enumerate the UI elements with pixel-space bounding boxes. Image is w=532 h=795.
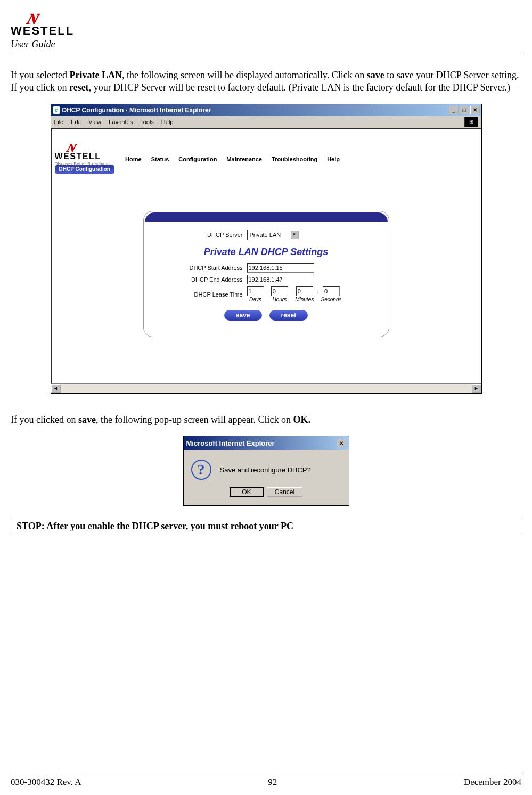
brand-name: WESTELL [11, 24, 74, 37]
lease-minutes-input[interactable] [296, 286, 313, 296]
menu-edit[interactable]: Edit [71, 119, 81, 125]
dhcp-server-label: DHCP Server [179, 232, 247, 238]
document-type-label: User Guide [11, 39, 521, 50]
menu-help[interactable]: Help [161, 119, 174, 125]
browser-content: 𝑵 WESTELL Discover Better Broadband Home… [51, 128, 481, 384]
chevron-down-icon[interactable]: ▼ [290, 231, 299, 239]
end-address-input[interactable] [247, 275, 314, 284]
scroll-track[interactable] [61, 384, 472, 393]
doc-date: December 2004 [464, 777, 521, 788]
lease-seconds-unit: Seconds [321, 297, 342, 302]
cancel-button[interactable]: Cancel [267, 487, 302, 497]
footer-rule [11, 774, 521, 774]
nav-help[interactable]: Help [322, 154, 345, 164]
separator: : [289, 288, 295, 295]
lease-seconds-input[interactable] [323, 286, 340, 296]
separator: : [265, 288, 271, 295]
lease-minutes-unit: Minutes [295, 297, 314, 302]
nav-maintenance[interactable]: Maintenance [222, 154, 267, 164]
menu-favorites[interactable]: Favorites [109, 119, 133, 125]
panel-top-bar [145, 212, 388, 222]
menu-file[interactable]: File [54, 119, 64, 125]
nav-status[interactable]: Status [146, 154, 174, 164]
doc-revision: 030-300432 Rev. A [11, 777, 81, 788]
sub-tab-dhcp-config[interactable]: DHCP Configuration [55, 165, 114, 174]
question-icon: ? [191, 460, 211, 480]
app-icon: e [53, 106, 60, 114]
menu-view[interactable]: View [88, 119, 101, 125]
reset-button[interactable]: reset [269, 310, 308, 321]
dhcp-settings-panel: DHCP Server Private LAN ▼ Private LAN DH… [143, 211, 389, 337]
dialog-title-bar: Microsoft Internet Explorer ✕ [184, 436, 349, 450]
menu-tools[interactable]: Tools [140, 119, 154, 125]
browser-window: e DHCP Configuration - Microsoft Interne… [51, 104, 482, 394]
scroll-right-icon[interactable]: ► [472, 384, 481, 393]
scroll-left-icon[interactable]: ◄ [51, 384, 61, 393]
ie-throbber-icon: ⊞ [464, 117, 478, 127]
confirm-dialog: Microsoft Internet Explorer ✕ ? Save and… [183, 436, 349, 506]
end-address-label: DHCP End Address [179, 276, 247, 283]
horizontal-scrollbar[interactable]: ◄ ► [51, 384, 481, 393]
lease-hours-input[interactable] [271, 286, 288, 296]
start-address-input[interactable] [247, 263, 314, 273]
main-nav: Home Status Configuration Maintenance Tr… [120, 154, 480, 164]
window-title-bar: e DHCP Configuration - Microsoft Interne… [51, 104, 481, 116]
header-rule [11, 53, 521, 53]
window-title: DHCP Configuration - Microsoft Internet … [62, 106, 448, 114]
page-number: 92 [81, 777, 464, 788]
dhcp-server-select[interactable]: Private LAN ▼ [247, 230, 299, 240]
close-button[interactable]: ✕ [470, 106, 480, 114]
nav-home[interactable]: Home [120, 154, 146, 164]
dhcp-server-value: Private LAN [248, 232, 290, 238]
maximize-button[interactable]: □ [460, 106, 469, 114]
intro-paragraph-1: If you selected Private LAN, the followi… [11, 69, 521, 94]
app-logo: 𝑵 WESTELL Discover Better Broadband [55, 141, 110, 166]
page-footer: 030-300432 Rev. A 92 December 2004 [11, 774, 521, 788]
nav-configuration[interactable]: Configuration [174, 154, 222, 164]
nav-troubleshooting[interactable]: Troubleshooting [267, 154, 322, 164]
lease-hours-unit: Hours [273, 297, 287, 302]
minimize-button[interactable]: _ [449, 106, 459, 114]
app-brand-name: WESTELL [55, 152, 110, 161]
dialog-close-button[interactable]: ✕ [337, 439, 346, 447]
page-header-logo: 𝑵 WESTELL [11, 11, 74, 38]
lease-days-input[interactable] [247, 286, 264, 296]
lease-time-label: DHCP Lease Time [179, 291, 247, 298]
save-button[interactable]: save [224, 310, 262, 321]
intro-paragraph-2: If you clicked on save, the following po… [11, 414, 521, 426]
lease-days-unit: Days [249, 297, 261, 302]
menu-bar: File Edit View Favorites Tools Help ⊞ [51, 116, 481, 128]
panel-heading: Private LAN DHCP Settings [144, 247, 389, 258]
ok-button[interactable]: OK [230, 487, 264, 497]
stop-note: STOP: After you enable the DHCP server, … [12, 518, 520, 535]
dialog-title: Microsoft Internet Explorer [186, 439, 335, 447]
separator: : [315, 288, 321, 295]
dialog-message: Save and reconfigure DHCP? [220, 466, 311, 474]
start-address-label: DHCP Start Address [179, 265, 247, 271]
